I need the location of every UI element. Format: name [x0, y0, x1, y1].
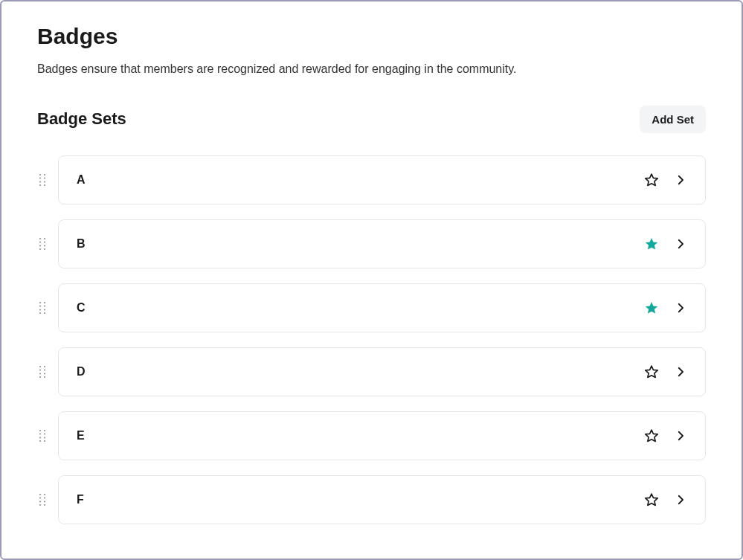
drag-handle-icon[interactable]: [37, 429, 48, 442]
badge-set-name: E: [77, 429, 85, 442]
star-outline-icon[interactable]: [644, 428, 659, 443]
svg-point-4: [39, 181, 41, 182]
svg-point-19: [44, 305, 45, 306]
svg-point-24: [39, 366, 41, 367]
svg-point-15: [44, 248, 45, 250]
star-outline-icon[interactable]: [644, 364, 659, 379]
section-title: Badge Sets: [37, 109, 126, 129]
drag-handle-icon[interactable]: [37, 173, 48, 187]
drag-handle-icon[interactable]: [37, 365, 48, 379]
drag-handle-icon[interactable]: [37, 237, 48, 251]
add-set-button[interactable]: Add Set: [640, 106, 706, 133]
star-filled-icon[interactable]: [644, 300, 659, 315]
badge-set-actions: [644, 300, 687, 315]
svg-point-2: [39, 177, 41, 178]
svg-point-43: [44, 497, 45, 498]
svg-point-16: [39, 302, 41, 303]
svg-point-28: [39, 373, 41, 374]
svg-point-20: [39, 309, 41, 310]
svg-point-39: [44, 440, 45, 442]
badge-set-actions: [644, 428, 687, 443]
badge-set-name: B: [77, 237, 86, 251]
svg-point-18: [39, 305, 41, 306]
star-outline-icon[interactable]: [644, 173, 659, 187]
badge-set-card[interactable]: B: [58, 219, 706, 268]
badge-set-card[interactable]: E: [58, 411, 706, 460]
badge-set-name: D: [77, 365, 86, 379]
svg-point-46: [39, 504, 41, 506]
svg-point-8: [39, 238, 41, 239]
svg-point-31: [44, 376, 45, 378]
badge-set-name: F: [77, 493, 84, 506]
svg-point-17: [44, 302, 45, 303]
svg-point-7: [44, 184, 45, 186]
svg-point-41: [44, 494, 45, 495]
svg-point-9: [44, 238, 45, 239]
svg-point-47: [44, 504, 45, 506]
badge-set-row: A: [37, 155, 706, 205]
svg-point-45: [44, 501, 45, 502]
chevron-right-icon[interactable]: [674, 493, 687, 506]
badge-set-row: B: [37, 219, 706, 268]
chevron-right-icon[interactable]: [674, 429, 687, 442]
svg-point-26: [39, 369, 41, 370]
badge-set-name: C: [77, 301, 86, 315]
svg-point-37: [44, 437, 45, 438]
badge-set-card[interactable]: A: [58, 155, 706, 205]
svg-point-1: [44, 174, 45, 176]
badge-set-card[interactable]: C: [58, 283, 706, 332]
svg-point-35: [44, 433, 45, 434]
page-subtitle: Badges ensure that members are recognize…: [37, 59, 706, 79]
svg-point-33: [44, 430, 45, 431]
svg-point-36: [39, 437, 41, 438]
svg-point-23: [44, 312, 45, 314]
badge-set-actions: [644, 364, 687, 379]
star-outline-icon[interactable]: [644, 492, 659, 507]
badge-set-card[interactable]: D: [58, 347, 706, 396]
svg-point-10: [39, 241, 41, 242]
svg-point-27: [44, 369, 45, 370]
badge-set-row: C: [37, 283, 706, 332]
badge-set-actions: [644, 236, 687, 251]
svg-point-34: [39, 433, 41, 434]
svg-point-30: [39, 376, 41, 378]
page-title: Badges: [37, 24, 706, 49]
svg-point-3: [44, 177, 45, 178]
chevron-right-icon[interactable]: [674, 301, 687, 315]
svg-point-22: [39, 312, 41, 314]
svg-point-38: [39, 440, 41, 442]
svg-point-14: [39, 248, 41, 250]
chevron-right-icon[interactable]: [674, 365, 687, 379]
svg-point-21: [44, 309, 45, 310]
svg-point-13: [44, 245, 45, 246]
svg-point-32: [39, 430, 41, 431]
drag-handle-icon[interactable]: [37, 301, 48, 315]
chevron-right-icon[interactable]: [674, 173, 687, 187]
chevron-right-icon[interactable]: [674, 237, 687, 251]
svg-point-11: [44, 241, 45, 242]
star-filled-icon[interactable]: [644, 236, 659, 251]
svg-point-6: [39, 184, 41, 186]
svg-point-0: [39, 174, 41, 176]
svg-point-25: [44, 366, 45, 367]
badge-set-actions: [644, 492, 687, 507]
drag-handle-icon[interactable]: [37, 493, 48, 506]
badge-set-card[interactable]: F: [58, 475, 706, 524]
svg-point-40: [39, 494, 41, 495]
badge-set-row: E: [37, 411, 706, 460]
badge-set-actions: [644, 173, 687, 187]
svg-point-42: [39, 497, 41, 498]
svg-point-29: [44, 373, 45, 374]
svg-point-44: [39, 501, 41, 502]
badge-set-name: A: [77, 173, 86, 187]
badge-set-row: D: [37, 347, 706, 396]
svg-point-5: [44, 181, 45, 182]
svg-point-12: [39, 245, 41, 246]
badge-set-row: F: [37, 475, 706, 524]
